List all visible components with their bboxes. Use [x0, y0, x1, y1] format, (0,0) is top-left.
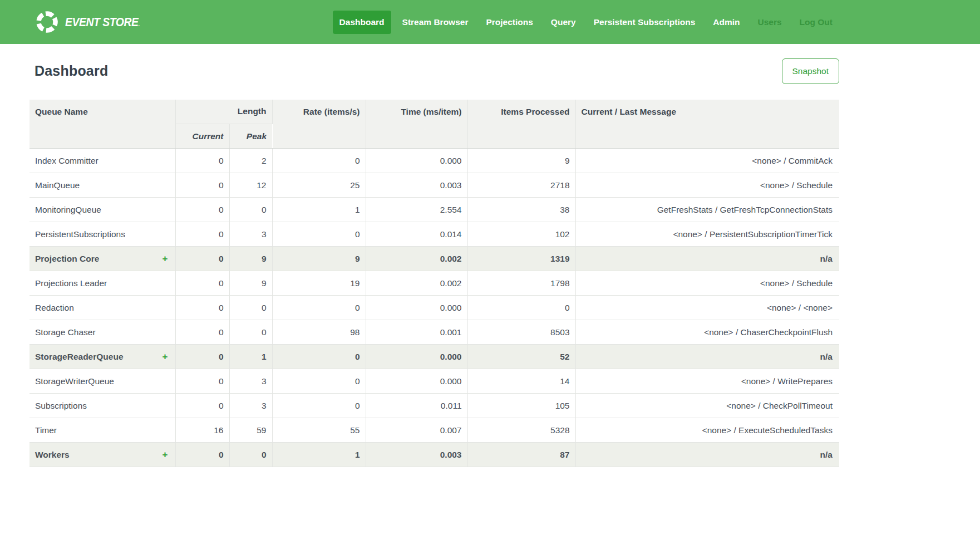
event-store-logo-icon [35, 9, 60, 35]
last-message-cell: GetFreshStats / GetFreshTcpConnectionSta… [575, 198, 839, 222]
rate-cell: 0 [272, 394, 366, 418]
expand-icon[interactable]: + [162, 254, 168, 263]
peak-cell: 59 [229, 418, 272, 443]
nav-item-users[interactable]: Users [751, 11, 789, 34]
last-message-cell: <none> / Schedule [575, 173, 839, 198]
rate-cell: 0 [272, 149, 366, 173]
items-processed-cell: 102 [467, 222, 575, 247]
nav-item-query[interactable]: Query [544, 11, 583, 34]
peak-cell: 3 [229, 222, 272, 247]
table-row: StorageReaderQueue + 0 1 0 0.000 52 n/a [29, 345, 839, 369]
time-cell: 0.003 [366, 443, 467, 467]
time-cell: 0.001 [366, 320, 467, 345]
content: Dashboard Snapshot Queue Name Length Rat… [29, 58, 839, 467]
items-processed-cell: 1798 [467, 271, 575, 296]
items-processed-cell: 52 [467, 345, 575, 369]
time-cell: 0.000 [366, 149, 467, 173]
snapshot-button[interactable]: Snapshot [782, 58, 840, 84]
current-cell: 0 [175, 173, 229, 198]
rate-cell: 0 [272, 345, 366, 369]
peak-cell: 12 [229, 173, 272, 198]
col-header-queue-name: Queue Name [29, 100, 175, 149]
items-processed-cell: 8503 [467, 320, 575, 345]
nav-item-admin[interactable]: Admin [706, 11, 746, 34]
current-cell: 0 [175, 149, 229, 173]
brand-name: EVENT STORE. [65, 15, 139, 30]
col-header-current: Current [175, 124, 229, 149]
queue-name: MonitoringQueue [35, 205, 101, 215]
expand-icon[interactable]: + [162, 450, 168, 459]
nav-item-dashboard[interactable]: Dashboard [333, 11, 391, 34]
time-cell: 0.011 [366, 394, 467, 418]
table-row: Redaction 0 0 0 0.000 0 <none> / <none> [29, 296, 839, 320]
last-message-cell: <none> / <none> [575, 296, 839, 320]
nav-item-log-out[interactable]: Log Out [793, 11, 839, 34]
last-message-cell: <none> / WritePrepares [575, 369, 839, 394]
current-cell: 0 [175, 394, 229, 418]
last-message-cell: n/a [575, 247, 839, 271]
queue-name: Index Committer [35, 156, 99, 166]
items-processed-cell: 105 [467, 394, 575, 418]
items-processed-cell: 5328 [467, 418, 575, 443]
peak-cell: 3 [229, 394, 272, 418]
items-processed-cell: 9 [467, 149, 575, 173]
peak-cell: 3 [229, 369, 272, 394]
queue-name: Redaction [35, 303, 74, 313]
queue-name: Subscriptions [35, 401, 87, 411]
time-cell: 0.000 [366, 345, 467, 369]
queue-name: Projections Leader [35, 278, 107, 288]
top-navbar: EVENT STORE. DashboardStream BrowserProj… [0, 0, 980, 44]
current-cell: 0 [175, 369, 229, 394]
current-cell: 0 [175, 222, 229, 247]
brand: EVENT STORE. [35, 9, 150, 35]
rate-cell: 9 [272, 247, 366, 271]
peak-cell: 2 [229, 149, 272, 173]
time-cell: 0.003 [366, 173, 467, 198]
last-message-cell: n/a [575, 443, 839, 467]
current-cell: 16 [175, 418, 229, 443]
queue-name: PersistentSubscriptions [35, 229, 125, 239]
last-message-cell: <none> / Schedule [575, 271, 839, 296]
queue-table-body: Index Committer 0 2 0 0.000 9 <none> / C… [29, 149, 839, 467]
table-row: Storage Chaser 0 0 98 0.001 8503 <none> … [29, 320, 839, 345]
current-cell: 0 [175, 443, 229, 467]
col-header-time: Time (ms/item) [366, 100, 467, 149]
rate-cell: 0 [272, 296, 366, 320]
rate-cell: 55 [272, 418, 366, 443]
items-processed-cell: 14 [467, 369, 575, 394]
expand-icon[interactable]: + [162, 352, 168, 361]
peak-cell: 0 [229, 296, 272, 320]
queue-table-head: Queue Name Length Rate (items/s) Time (m… [29, 100, 839, 149]
last-message-cell: <none> / PersistentSubscriptionTimerTick [575, 222, 839, 247]
current-cell: 0 [175, 296, 229, 320]
nav-item-persistent-subscriptions[interactable]: Persistent Subscriptions [587, 11, 702, 34]
queue-table: Queue Name Length Rate (items/s) Time (m… [29, 100, 839, 468]
items-processed-cell: 0 [467, 296, 575, 320]
table-row: MainQueue 0 12 25 0.003 2718 <none> / Sc… [29, 173, 839, 198]
nav-item-projections[interactable]: Projections [479, 11, 539, 34]
table-row: Workers + 0 0 1 0.003 87 n/a [29, 443, 839, 467]
time-cell: 0.000 [366, 369, 467, 394]
col-header-rate: Rate (items/s) [272, 100, 366, 149]
items-processed-cell: 87 [467, 443, 575, 467]
peak-cell: 1 [229, 345, 272, 369]
rate-cell: 0 [272, 369, 366, 394]
queue-name: Projection Core [35, 254, 99, 264]
peak-cell: 9 [229, 247, 272, 271]
current-cell: 0 [175, 247, 229, 271]
rate-cell: 1 [272, 443, 366, 467]
rate-cell: 25 [272, 173, 366, 198]
table-row: PersistentSubscriptions 0 3 0 0.014 102 … [29, 222, 839, 247]
items-processed-cell: 1319 [467, 247, 575, 271]
nav-item-stream-browser[interactable]: Stream Browser [396, 11, 475, 34]
queue-name: Timer [35, 425, 57, 435]
col-header-items-processed: Items Processed [467, 100, 575, 149]
last-message-cell: <none> / ExecuteScheduledTasks [575, 418, 839, 443]
main-nav: DashboardStream BrowserProjectionsQueryP… [333, 11, 839, 34]
table-row: MonitoringQueue 0 0 1 2.554 38 GetFreshS… [29, 198, 839, 222]
last-message-cell: <none> / CheckPollTimeout [575, 394, 839, 418]
table-row: StorageWriterQueue 0 3 0 0.000 14 <none>… [29, 369, 839, 394]
queue-name: StorageWriterQueue [35, 376, 114, 386]
queue-name: Workers [35, 450, 70, 460]
col-header-last-message: Current / Last Message [575, 100, 839, 149]
